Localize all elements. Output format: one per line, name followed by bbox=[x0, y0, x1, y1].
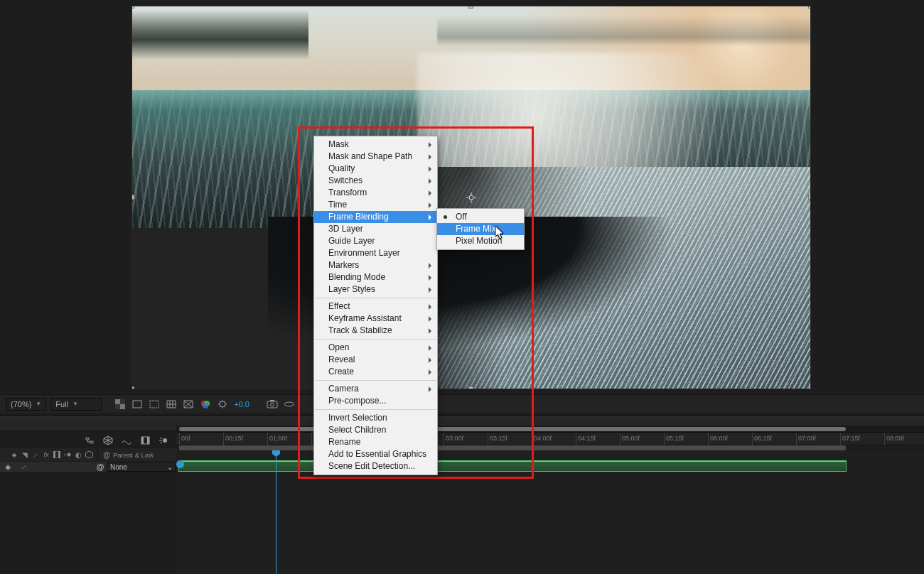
fx-column-icon[interactable]: fx bbox=[42, 450, 50, 459]
transform-handle[interactable] bbox=[131, 386, 134, 389]
menu-item-scene-edit-detection[interactable]: Scene Edit Detection... bbox=[314, 460, 437, 472]
preview-treeline bbox=[132, 10, 308, 60]
menu-item-blending-mode[interactable]: Blending Mode bbox=[314, 271, 437, 283]
menu-item-environment-layer[interactable]: Environment Layer bbox=[314, 247, 437, 259]
menu-item-markers[interactable]: Markers bbox=[314, 259, 437, 271]
transform-handle[interactable] bbox=[808, 386, 811, 389]
exposure-reset-icon[interactable] bbox=[217, 399, 228, 410]
transparency-grid-icon[interactable] bbox=[114, 399, 126, 410]
submenu-item-frame-mix[interactable]: Frame Mix bbox=[437, 223, 524, 235]
svg-point-15 bbox=[270, 403, 274, 406]
parent-pickwhip-icon[interactable]: @ bbox=[94, 462, 107, 471]
parent-pickwhip-icon[interactable]: @ bbox=[102, 450, 111, 459]
frame-blend-col-icon[interactable] bbox=[53, 450, 61, 459]
menu-item-reveal[interactable]: Reveal bbox=[314, 354, 437, 366]
time-navigator-thumb[interactable] bbox=[179, 427, 846, 431]
3d-col-icon[interactable] bbox=[85, 450, 93, 459]
layer-row[interactable]: ◈ ⟋ @ None ⌄ bbox=[0, 461, 176, 472]
menu-item-create[interactable]: Create bbox=[314, 366, 437, 378]
time-nav-start-handle[interactable] bbox=[176, 460, 184, 468]
ruler-tick-label: 06:15f bbox=[754, 435, 772, 442]
layer-context-menu[interactable]: MaskMask and Shape PathQualitySwitchesTr… bbox=[313, 136, 438, 475]
transform-handle[interactable] bbox=[808, 195, 811, 200]
svg-point-20 bbox=[163, 438, 167, 443]
timeline-tool-icons bbox=[0, 433, 171, 448]
menu-item-quality[interactable]: Quality bbox=[314, 163, 437, 175]
menu-item-track-stabilize[interactable]: Track & Stabilize bbox=[314, 325, 437, 337]
work-area-bar[interactable] bbox=[179, 445, 846, 450]
roi-icon[interactable] bbox=[149, 399, 160, 410]
transform-handle[interactable] bbox=[468, 386, 473, 389]
menu-item-3d-layer[interactable]: 3D Layer bbox=[314, 223, 437, 235]
transform-handle[interactable] bbox=[131, 195, 134, 200]
layer-switches[interactable]: ⟋ bbox=[16, 462, 94, 471]
menu-item-mask[interactable]: Mask bbox=[314, 139, 437, 151]
frame-blend-icon[interactable] bbox=[139, 435, 151, 446]
anchor-point-icon[interactable] bbox=[466, 193, 476, 202]
svg-point-12 bbox=[203, 403, 208, 408]
svg-point-0 bbox=[469, 195, 473, 200]
parent-dropdown[interactable]: None ⌄ bbox=[107, 462, 176, 472]
menu-item-keyframe-assistant[interactable]: Keyframe Assistant bbox=[314, 313, 437, 325]
frame-blending-submenu[interactable]: OffFrame MixPixel Motion bbox=[436, 208, 525, 250]
visibility-toggle-icon[interactable]: ◈ bbox=[0, 462, 16, 472]
ruler-tick-label: 05:15f bbox=[666, 435, 684, 442]
menu-item-time[interactable]: Time bbox=[314, 199, 437, 211]
menu-item-add-to-essential-graphics[interactable]: Add to Essential Graphics bbox=[314, 448, 437, 460]
ruler-tick-label: 01:00f bbox=[269, 435, 287, 442]
ruler-tick-label: 00f bbox=[181, 435, 190, 442]
grid-icon[interactable] bbox=[166, 399, 177, 410]
parent-link-header: Parent & Link bbox=[113, 451, 154, 459]
menu-item-invert-selection[interactable]: Invert Selection bbox=[314, 412, 437, 424]
label-icon[interactable]: ◥ bbox=[21, 450, 29, 459]
cti-knob[interactable] bbox=[272, 450, 280, 457]
shy-icon[interactable] bbox=[121, 435, 132, 446]
menu-item-effect[interactable]: Effect bbox=[314, 300, 437, 313]
comp-flowchart-icon[interactable] bbox=[84, 435, 95, 446]
layer-duration-bar[interactable] bbox=[179, 461, 846, 471]
motion-blur-col-icon[interactable] bbox=[63, 450, 72, 459]
time-ruler[interactable]: 00f00:15f01:00f01:15f02:00f02:15f03:00f0… bbox=[176, 433, 924, 445]
menu-item-rename[interactable]: Rename bbox=[314, 436, 437, 448]
motion-blur-icon[interactable] bbox=[158, 435, 169, 446]
menu-item-transform[interactable]: Transform bbox=[314, 187, 437, 199]
ruler-tick-label: 05:00f bbox=[622, 435, 640, 442]
work-area[interactable] bbox=[176, 445, 924, 451]
menu-item-select-children[interactable]: Select Children bbox=[314, 424, 437, 436]
av-features-icon[interactable]: ♣ bbox=[10, 450, 18, 459]
ruler-tick-label: 04:15f bbox=[578, 435, 596, 442]
menu-item-pre-compose[interactable]: Pre-compose... bbox=[314, 395, 437, 407]
transform-handle[interactable] bbox=[131, 6, 134, 9]
show-snapshot-icon[interactable] bbox=[284, 399, 295, 410]
preview-treeline bbox=[437, 16, 810, 46]
svg-rect-23 bbox=[58, 451, 60, 458]
time-navigator[interactable] bbox=[176, 426, 924, 433]
adjustment-col-icon[interactable]: ◐ bbox=[74, 450, 82, 459]
timeline-tracks[interactable] bbox=[176, 451, 924, 574]
menu-item-camera[interactable]: Camera bbox=[314, 383, 437, 395]
transform-handle[interactable] bbox=[808, 6, 811, 9]
shy-column-icon[interactable]: ⟋ bbox=[31, 450, 40, 459]
submenu-item-pixel-motion[interactable]: Pixel Motion bbox=[437, 235, 524, 247]
snapshot-icon[interactable] bbox=[267, 399, 278, 410]
viewer-footer: (70%) ▼ Full ▼ +0.0 bbox=[0, 394, 924, 413]
preview-canvas[interactable] bbox=[131, 6, 811, 389]
menu-item-guide-layer[interactable]: Guide Layer bbox=[314, 235, 437, 247]
menu-item-open[interactable]: Open bbox=[314, 342, 437, 354]
exposure-value[interactable]: +0.0 bbox=[234, 399, 249, 410]
zoom-dropdown[interactable]: (70%) ▼ bbox=[6, 398, 46, 411]
composition-viewer[interactable] bbox=[131, 6, 811, 389]
menu-item-mask-and-shape-path[interactable]: Mask and Shape Path bbox=[314, 151, 437, 163]
draft3d-icon[interactable] bbox=[102, 435, 114, 446]
submenu-item-off[interactable]: Off bbox=[437, 211, 524, 223]
menu-item-switches[interactable]: Switches bbox=[314, 175, 437, 187]
current-time-indicator[interactable] bbox=[276, 451, 276, 574]
menu-item-frame-blending[interactable]: Frame Blending bbox=[314, 211, 437, 223]
svg-rect-14 bbox=[267, 401, 277, 408]
resolution-dropdown[interactable]: Full ▼ bbox=[50, 398, 102, 411]
mask-visibility-icon[interactable] bbox=[131, 399, 143, 410]
channel-icon[interactable] bbox=[200, 399, 211, 410]
menu-item-layer-styles[interactable]: Layer Styles bbox=[314, 283, 437, 296]
guides-icon[interactable] bbox=[183, 399, 194, 410]
transform-handle[interactable] bbox=[468, 6, 473, 9]
